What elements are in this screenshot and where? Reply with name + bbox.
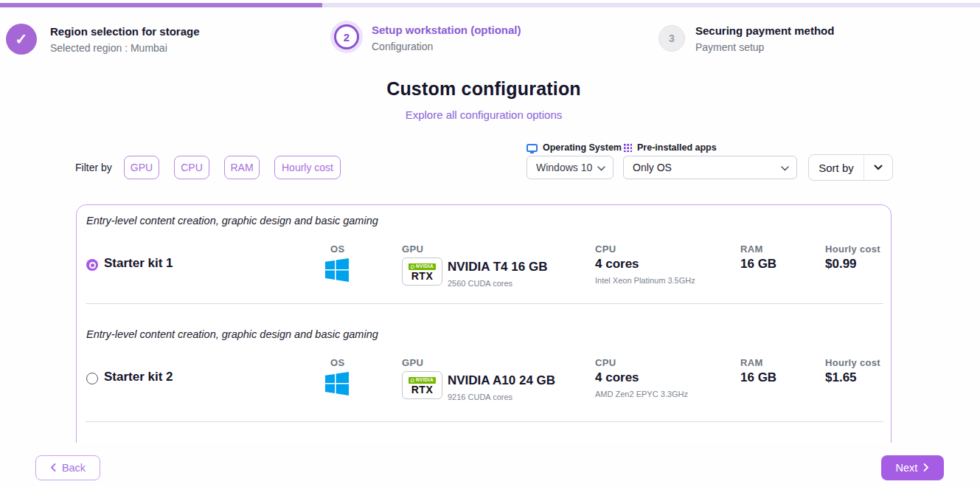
apps-select-value: Only OS <box>633 162 672 173</box>
nvidia-logo: NVIDIA <box>409 377 436 384</box>
ram-value: 16 GB <box>740 370 776 385</box>
cpu-column-header: CPU <box>595 244 616 255</box>
step3-title: Securing payment method <box>695 23 834 38</box>
gpu-column-header: GPU <box>402 244 423 255</box>
step2-title: Setup workstation (optional) <box>372 22 521 38</box>
filter-pill-gpu[interactable]: GPU <box>124 156 159 179</box>
check-icon: ✓ <box>6 24 37 55</box>
step1-subtitle: Selected region : Mumbai <box>50 41 200 56</box>
nvidia-logo: NVIDIA <box>409 263 436 271</box>
gpu-subtext: 2560 CUDA cores <box>448 279 512 288</box>
apps-select[interactable]: Only OS <box>623 156 797 179</box>
kit-name: Starter kit 2 <box>104 370 173 384</box>
cpu-subtext: Intel Xeon Platinum 3.5GHz <box>595 276 695 285</box>
chevron-down-icon <box>597 162 605 173</box>
gpu-column-header: GPU <box>402 357 423 368</box>
hourly-cost-column-header: Hourly cost <box>825 357 880 368</box>
hourly-cost-value: $0.99 <box>825 257 857 272</box>
rtx-label: RTX <box>411 384 434 396</box>
gpu-subtext: 9216 CUDA cores <box>448 393 512 401</box>
sort-by-label: Sort by <box>809 162 863 174</box>
chevron-down-icon <box>864 165 892 170</box>
cpu-cores: 4 cores <box>595 370 639 385</box>
row-divider <box>86 421 883 422</box>
sort-by-control[interactable]: Sort by <box>808 154 893 181</box>
filter-pill-cpu[interactable]: CPU <box>174 156 209 179</box>
kit-name: Starter kit 1 <box>104 256 173 271</box>
nvidia-rtx-badge: NVIDIA RTX <box>402 258 442 286</box>
kit-list-clip: Entry-level content creation, graphic de… <box>76 204 893 443</box>
step3-number-badge: 3 <box>658 25 685 52</box>
kit-row-starter-kit-2[interactable]: Entry-level content creation, graphic de… <box>77 319 891 421</box>
monitor-icon <box>527 144 538 152</box>
progress-bar-fill <box>0 3 322 7</box>
nvidia-eye-icon <box>411 265 414 269</box>
hourly-cost-column-header: Hourly cost <box>825 244 880 255</box>
setup-wizard-page: ✓ Region selection for storage Selected … <box>0 0 980 487</box>
preinstalled-apps-label: Pre-installed apps <box>623 142 717 153</box>
row-divider <box>86 303 883 304</box>
filter-pill-hourly-cost[interactable]: Hourly cost <box>274 156 341 179</box>
progress-bar-track <box>0 3 980 7</box>
step-setup-workstation[interactable]: 2 Setup workstation (optional) Configura… <box>332 22 521 55</box>
cpu-cores: 4 cores <box>595 257 639 272</box>
hourly-cost-value: $1.65 <box>825 370 857 385</box>
os-column-header: OS <box>330 244 344 255</box>
windows-logo-icon <box>325 258 349 285</box>
chevron-right-icon <box>923 462 929 474</box>
back-button[interactable]: Back <box>35 455 100 480</box>
chevron-left-icon <box>50 462 56 474</box>
page-title: Custom configuration <box>0 78 967 100</box>
kit1-radio-selected[interactable] <box>86 259 98 271</box>
os-select[interactable]: Windows 10 <box>527 156 614 179</box>
step2-number-badge: 2 <box>334 24 359 49</box>
rtx-label: RTX <box>411 270 434 282</box>
kit-row-starter-kit-1[interactable]: Entry-level content creation, graphic de… <box>77 205 891 303</box>
kit-description: Entry-level content creation, graphic de… <box>86 328 378 340</box>
kit2-radio-unselected[interactable] <box>86 373 98 384</box>
chevron-down-icon <box>781 162 789 173</box>
windows-logo-icon <box>325 372 349 398</box>
step1-title: Region selection for storage <box>50 24 200 39</box>
filter-pill-ram[interactable]: RAM <box>224 156 260 179</box>
nvidia-rtx-badge: NVIDIA RTX <box>402 371 442 399</box>
gpu-name: NVIDIA A10 24 GB <box>448 373 555 388</box>
kit-list-card: Entry-level content creation, graphic de… <box>76 204 892 443</box>
cpu-column-header: CPU <box>595 357 616 368</box>
ram-column-header: RAM <box>740 357 763 368</box>
step-region-selection[interactable]: ✓ Region selection for storage Selected … <box>6 24 200 56</box>
ram-column-header: RAM <box>740 244 763 255</box>
os-column-header: OS <box>330 357 344 368</box>
apps-grid-icon <box>623 143 632 152</box>
os-select-value: Windows 10 <box>536 162 592 173</box>
cpu-subtext: AMD Zen2 EPYC 3.3GHz <box>595 390 688 398</box>
kit-description: Entry-level content creation, graphic de… <box>86 215 378 227</box>
next-button-label: Next <box>896 462 918 474</box>
step2-subtitle: Configuration <box>372 39 521 55</box>
explore-options-link[interactable]: Explore all configuration options <box>0 108 967 121</box>
ram-value: 16 GB <box>740 257 776 272</box>
filter-by-label: Filter by <box>75 162 112 173</box>
gpu-name: NVIDIA T4 16 GB <box>448 260 547 274</box>
operating-system-label: Operating System <box>527 142 622 153</box>
step3-subtitle: Payment setup <box>695 40 834 55</box>
nvidia-eye-icon <box>411 379 414 382</box>
step-payment-method[interactable]: 3 Securing payment method Payment setup <box>658 25 834 55</box>
back-button-label: Back <box>62 462 86 474</box>
next-button[interactable]: Next <box>881 455 944 480</box>
